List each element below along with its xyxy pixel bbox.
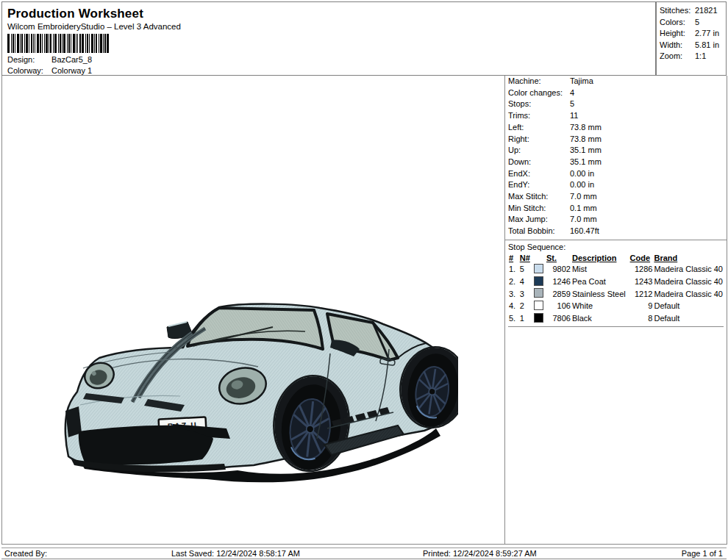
col-code: Code xyxy=(629,253,654,264)
page-number: Page 1 of 1 xyxy=(682,549,723,559)
thread-swatch xyxy=(534,288,543,298)
app-subtitle: Wilcom EmbroideryStudio – Level 3 Advanc… xyxy=(7,22,655,31)
header-box: Production Worksheet Wilcom EmbroiderySt… xyxy=(1,1,656,76)
thread-swatch xyxy=(534,313,543,323)
info-machine: Machine:Tajima xyxy=(505,76,727,87)
stop-row: 3. 3 2859 Stainless Steel 1212 Madeira C… xyxy=(508,288,724,301)
stat-height: Height:2.77 in xyxy=(657,28,726,40)
stop-row: 5. 1 7806 Black 8 Default xyxy=(508,313,724,326)
stop-sequence-divider xyxy=(508,326,724,327)
col-stitches: St. xyxy=(546,253,571,264)
page-footer: Created By: Last Saved: 12/24/2024 8:58:… xyxy=(1,548,727,559)
embroidery-car-image: BAZ.II xyxy=(61,281,458,495)
info-max-jump: Max Jump:7.0 mm xyxy=(505,214,727,226)
stop-sequence-table: # N# St. Description Code Brand 1. 5 9 xyxy=(508,253,724,326)
printed-text: Printed: 12/24/2024 8:59:27 AM xyxy=(423,549,537,559)
design-row: Design: BazCar5_8 xyxy=(7,55,92,64)
machine-info-panel: Machine:Tajima Color changes:4 Stops:5 T… xyxy=(504,76,727,545)
info-total-bobbin: Total Bobbin:160.47ft xyxy=(505,226,727,237)
col-description: Description xyxy=(571,253,629,264)
stop-sequence-section: Stop Sequence: # N# St. Description Code… xyxy=(505,240,727,328)
last-saved-text: Last Saved: 12/24/2024 8:58:17 AM xyxy=(171,549,300,559)
col-brand: Brand xyxy=(653,253,724,264)
stop-table-header: # N# St. Description Code Brand xyxy=(508,253,724,264)
stat-width: Width:5.81 in xyxy=(657,40,726,51)
info-endx: EndX:0.00 in xyxy=(505,168,727,180)
page-title: Production Worksheet xyxy=(7,7,655,21)
thread-swatch xyxy=(534,301,543,310)
stat-stitches: Stitches:21821 xyxy=(657,2,726,17)
colorway-value: Colorway 1 xyxy=(51,66,92,75)
stop-row: 2. 4 1246 Pea Coat 1243 Madeira Classic … xyxy=(508,276,724,289)
thread-swatch xyxy=(534,264,543,273)
info-color-changes: Color changes:4 xyxy=(505,87,727,99)
info-endy: EndY:0.00 in xyxy=(505,179,727,191)
production-worksheet-page: Production Worksheet Wilcom EmbroiderySt… xyxy=(0,0,728,560)
created-by-label: Created By: xyxy=(4,549,47,559)
info-min-stitch: Min Stitch:0.1 mm xyxy=(505,203,727,215)
stop-sequence-title: Stop Sequence: xyxy=(508,242,724,252)
barcode-icon xyxy=(7,34,109,56)
info-left: Left:73.8 mm xyxy=(505,122,727,134)
info-trims: Trims:11 xyxy=(505,110,727,122)
stat-colors: Colors:5 xyxy=(657,17,726,29)
colorway-row: Colorway: Colorway 1 xyxy=(7,66,92,75)
stat-zoom: Zoom:1:1 xyxy=(657,51,726,62)
info-max-stitch: Max Stitch:7.0 mm xyxy=(505,191,727,203)
design-label: Design: xyxy=(7,55,49,64)
colorway-label: Colorway: xyxy=(7,66,49,75)
col-needle: N# xyxy=(519,253,533,264)
stop-row: 1. 5 9802 Mist 1286 Madeira Classic 40 xyxy=(508,264,724,276)
info-up: Up:35.1 mm xyxy=(505,145,727,157)
stop-row: 4. 2 106 White 9 Default xyxy=(508,301,724,313)
col-swatch xyxy=(533,253,546,264)
design-preview-area: BAZ.II xyxy=(1,76,504,545)
info-down: Down:35.1 mm xyxy=(505,157,727,168)
stats-box: Stitches:21821 Colors:5 Height:2.77 in W… xyxy=(656,1,727,76)
design-value: BazCar5_8 xyxy=(51,55,92,64)
info-right: Right:73.8 mm xyxy=(505,134,727,146)
col-num: # xyxy=(508,253,519,264)
info-stops: Stops:5 xyxy=(505,98,727,110)
thread-swatch xyxy=(534,276,543,286)
